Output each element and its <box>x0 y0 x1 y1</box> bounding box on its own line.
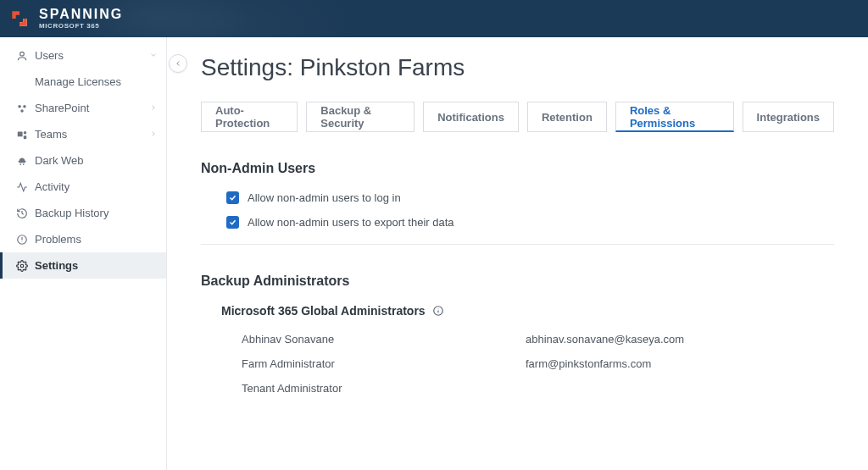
collapse-sidebar-button[interactable] <box>169 54 187 73</box>
brand-subtitle: MICROSOFT 365 <box>39 23 123 30</box>
sidebar-item-label: Manage Licenses <box>35 75 121 88</box>
activity-icon <box>16 180 35 195</box>
page-title: Settings: Pinkston Farms <box>201 54 834 81</box>
sidebar-item-problems[interactable]: Problems <box>0 226 166 252</box>
tab-integrations[interactable]: Integrations <box>743 102 834 132</box>
sidebar-item-settings[interactable]: Settings <box>0 252 166 279</box>
sidebar-item-label: Backup History <box>35 207 108 219</box>
chevron-right-icon <box>149 102 158 114</box>
admin-email: farm@pinkstonfarms.com <box>526 357 834 370</box>
tab-backup-security[interactable]: Backup & Security <box>306 102 415 132</box>
tab-retention[interactable]: Retention <box>527 102 607 132</box>
svg-point-11 <box>20 264 24 268</box>
gear-icon <box>16 258 35 274</box>
top-bar: SPANNING MICROSOFT 365 <box>0 0 868 37</box>
brand-name: SPANNING <box>39 8 123 21</box>
sidebar-item-label: Teams <box>35 128 67 141</box>
svg-point-3 <box>20 109 24 113</box>
sidebar-item-label: Settings <box>35 259 78 272</box>
svg-point-0 <box>20 52 25 56</box>
tab-notifications[interactable]: Notifications <box>423 102 519 132</box>
section-divider <box>201 244 834 245</box>
admin-email: abhinav.sonavane@kaseya.com <box>526 333 834 346</box>
user-icon <box>16 48 35 64</box>
sharepoint-icon <box>16 101 35 116</box>
global-admins-subheading: Microsoft 365 Global Administrators <box>221 304 834 318</box>
section-backup-admins-title: Backup Administrators <box>201 274 834 289</box>
admin-email <box>526 382 834 395</box>
info-icon[interactable] <box>432 305 444 317</box>
teams-icon <box>16 127 35 142</box>
settings-tabs: Auto-Protection Backup & Security Notifi… <box>201 102 834 132</box>
svg-point-7 <box>23 163 25 165</box>
checkbox-allow-login[interactable] <box>226 191 239 204</box>
checkbox-allow-export-label: Allow non-admin users to export their da… <box>248 216 454 229</box>
checkbox-allow-login-row[interactable]: Allow non-admin users to log in <box>226 191 834 204</box>
main-area: Settings: Pinkston Farms Auto-Protection… <box>167 37 868 470</box>
sidebar-item-label: Users <box>35 49 64 62</box>
section-non-admin-users-title: Non-Admin Users <box>201 161 834 176</box>
sidebar-item-dark-web[interactable]: Dark Web <box>0 147 166 174</box>
checkbox-allow-export[interactable] <box>226 216 239 229</box>
sidebar-item-label: SharePoint <box>35 102 89 114</box>
svg-point-2 <box>23 104 26 108</box>
sidebar-item-backup-history[interactable]: Backup History <box>0 200 166 226</box>
svg-rect-4 <box>18 131 23 136</box>
chevron-left-icon <box>174 59 182 68</box>
history-icon <box>16 206 35 221</box>
sidebar-item-manage-licenses[interactable]: Manage Licenses <box>0 69 166 95</box>
sidebar-item-label: Problems <box>35 233 81 246</box>
chevron-down-icon <box>149 49 158 62</box>
tab-roles-permissions[interactable]: Roles & Permissions <box>615 102 734 132</box>
svg-point-1 <box>18 104 21 108</box>
sidebar-item-activity[interactable]: Activity <box>0 174 166 200</box>
check-icon <box>229 194 236 202</box>
admin-row: Tenant Administrator <box>242 382 834 395</box>
brand-logo-icon <box>8 8 31 30</box>
svg-point-14 <box>437 308 438 309</box>
svg-point-5 <box>24 130 27 134</box>
admin-name: Abhinav Sonavane <box>242 333 526 346</box>
check-icon <box>229 218 236 226</box>
tab-auto-protection[interactable]: Auto-Protection <box>201 102 298 132</box>
checkbox-allow-export-row[interactable]: Allow non-admin users to export their da… <box>226 216 834 229</box>
admin-row: Farm Administrator farm@pinkstonfarms.co… <box>242 357 834 370</box>
chevron-right-icon <box>149 128 158 141</box>
checkbox-allow-login-label: Allow non-admin users to log in <box>248 191 401 204</box>
sidebar-item-users[interactable]: Users <box>0 42 166 69</box>
admin-row: Abhinav Sonavane abhinav.sonavane@kaseya… <box>242 333 834 346</box>
sidebar-item-teams[interactable]: Teams <box>0 121 166 147</box>
problems-icon <box>16 232 35 247</box>
sidebar-item-label: Activity <box>35 180 70 193</box>
sidebar-item-sharepoint[interactable]: SharePoint <box>0 95 166 121</box>
sidebar: Users Manage Licenses SharePoint Teams <box>0 37 167 470</box>
svg-point-6 <box>19 163 21 165</box>
sidebar-item-label: Dark Web <box>35 154 84 167</box>
admin-name: Farm Administrator <box>242 357 526 370</box>
admin-name: Tenant Administrator <box>242 382 526 395</box>
svg-point-10 <box>22 241 23 242</box>
brand-text: SPANNING MICROSOFT 365 <box>39 8 123 30</box>
dark-web-icon <box>16 153 35 169</box>
